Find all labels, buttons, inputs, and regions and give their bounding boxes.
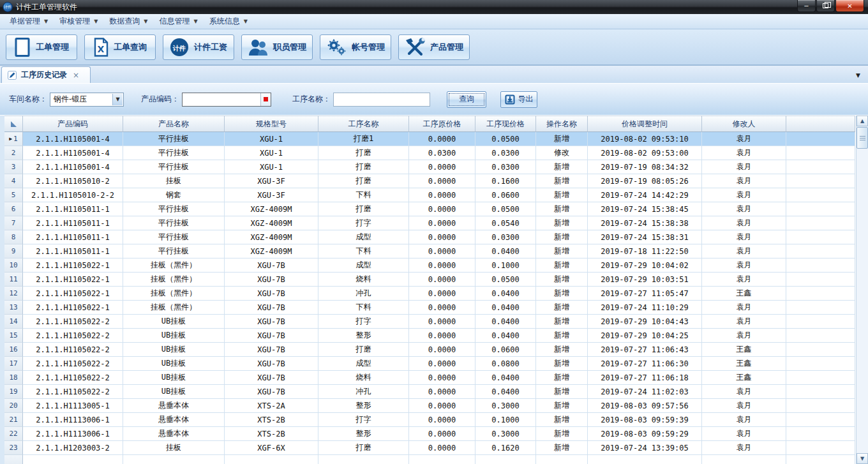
cell[interactable]: 0.0000 [409,301,475,315]
cell[interactable]: 2.1.1.H1105001-4 [23,132,123,146]
table-row[interactable]: 22.1.1.H1105001-4平行挂板XGU-1打磨0.03000.0300… [4,146,868,160]
cell[interactable]: 2019-07-24 15:38:45 [588,202,702,216]
cell[interactable]: 下料 [318,188,409,202]
cell[interactable]: 新增 [536,230,588,244]
cell[interactable]: 王鑫 [702,371,786,385]
row-number-cell[interactable]: 18 [4,371,23,385]
cell[interactable]: XGU-7B [225,371,318,385]
cell[interactable]: 新增 [536,399,588,413]
cell[interactable]: XGU-3F [225,188,318,202]
cell[interactable]: 袁月 [702,202,786,216]
cell[interactable]: 2.1.1.H1105022-2 [23,357,123,371]
table-row[interactable]: 172.1.1.H1105022-2UB挂板XGU-7B成型0.00000.08… [4,357,868,371]
cell[interactable]: 0.0500 [475,273,536,287]
column-header[interactable]: 工序现价格 [475,116,536,132]
minimize-button[interactable]: − [797,0,816,12]
piecework-wage-button[interactable]: 计件计件工资 [163,34,234,60]
cell[interactable]: 2.1.1.H1105022-1 [23,258,123,273]
cell[interactable]: 2019-07-29 10:04:02 [588,258,702,273]
cell[interactable]: 0.0000 [409,413,475,427]
cell[interactable]: 打磨 [318,146,409,160]
cell[interactable]: UB挂板 [123,329,225,343]
cell[interactable]: 新增 [536,216,588,230]
cell[interactable]: 袁月 [702,174,786,188]
cell[interactable]: 打磨 [318,160,409,174]
cell[interactable]: 2019-07-24 15:38:38 [588,216,702,230]
cell[interactable]: 0.0400 [475,315,536,329]
cell[interactable]: XGU-7B [225,287,318,301]
cell[interactable]: 2.1.1.H1203003-2 [23,441,123,455]
table-row[interactable]: 222.1.1.H1113006-1悬垂本体XTS-2B整形0.00000.30… [4,427,868,441]
cell[interactable]: 0.0400 [475,301,536,315]
row-number-cell[interactable]: 22 [4,427,23,441]
row-number-cell[interactable]: 19 [4,385,23,399]
cell[interactable]: XGU-7B [225,385,318,399]
cell[interactable]: XGU-7B [225,357,318,371]
table-row[interactable]: 62.1.1.H1105011-1平行挂板XGZ-4009M打磨0.00000.… [4,202,868,216]
row-number-cell[interactable]: 2 [4,146,23,160]
cell[interactable]: 悬垂本体 [123,427,225,441]
cell[interactable]: 0.0000 [409,160,475,174]
cell[interactable]: 0.0000 [409,216,475,230]
cell[interactable]: 王鑫 [702,343,786,357]
scrollbar-thumb[interactable] [857,127,868,149]
cell[interactable]: 悬垂本体 [123,399,225,413]
cell[interactable]: 0.0000 [409,329,475,343]
table-row[interactable]: 52.1.1.H1105010-2-2钢套XGU-3F下料0.00000.060… [4,188,868,202]
cell[interactable]: 新增 [536,188,588,202]
cell[interactable]: XGU-7B [225,343,318,357]
cell[interactable]: 打字 [318,413,409,427]
table-row[interactable]: 42.1.1.H1105010-2挂板XGU-3F打磨0.00000.1600新… [4,174,868,188]
row-number-cell[interactable]: 13 [4,301,23,315]
cell[interactable]: 0.0600 [475,343,536,357]
query-button[interactable]: 查询 [447,91,486,108]
cell[interactable]: XGU-7B [225,301,318,315]
cell[interactable]: 2.1.1.H1105022-2 [23,371,123,385]
cell[interactable]: 新增 [536,315,588,329]
row-number-cell[interactable]: 5 [4,188,23,202]
cell[interactable]: 新增 [536,174,588,188]
cell[interactable]: 袁月 [702,146,786,160]
cell[interactable]: 2.1.1.H1113006-1 [23,427,123,441]
cell[interactable]: 0.0000 [409,441,475,455]
cell[interactable]: 平行挂板 [123,146,225,160]
cell[interactable]: 袁月 [702,315,786,329]
cell[interactable]: 0.0000 [409,371,475,385]
cell[interactable]: 2.1.1.H1105011-1 [23,202,123,216]
row-number-cell[interactable]: 10 [4,258,23,273]
cell[interactable]: 2.1.1.H1113006-1 [23,413,123,427]
tab-list-dropdown-icon[interactable]: ▼ [856,72,860,79]
scrollbar-track[interactable] [857,149,868,453]
cell[interactable]: 2.1.1.H1105022-1 [23,273,123,287]
cell[interactable]: 0.0300 [475,146,536,160]
cell[interactable]: 下料 [318,301,409,315]
column-header[interactable]: 修改人 [702,116,786,132]
cell[interactable]: 袁月 [702,258,786,273]
cell[interactable]: 0.0000 [409,343,475,357]
cell[interactable]: 袁月 [702,230,786,244]
cell[interactable]: 0.0000 [409,132,475,146]
cell[interactable]: XGZ-4009M [225,230,318,244]
cell[interactable]: 2.1.1.H1105001-4 [23,146,123,160]
cell[interactable]: 0.0000 [409,244,475,258]
cell[interactable]: 修改 [536,146,588,160]
cell[interactable]: 新增 [536,329,588,343]
select-all-header-cell[interactable] [4,116,23,132]
cell[interactable]: 2.1.1.H1105001-4 [23,160,123,174]
cell[interactable]: 烧料 [318,273,409,287]
table-row[interactable]: 162.1.1.H1105022-2UB挂板XGU-7B打磨0.00000.06… [4,343,868,357]
cell[interactable]: 新增 [536,244,588,258]
cell[interactable]: UB挂板 [123,357,225,371]
cell[interactable]: 新增 [536,385,588,399]
cell[interactable]: 2019-08-03 09:59:29 [588,427,702,441]
cell[interactable]: 新增 [536,357,588,371]
cell[interactable]: 新增 [536,441,588,455]
cell[interactable]: 2.1.1.H1105011-1 [23,216,123,230]
cell[interactable]: 0.1000 [475,413,536,427]
cell[interactable]: 烧料 [318,371,409,385]
cell[interactable]: 0.0000 [409,385,475,399]
menu-info-management[interactable]: 信息管理▼ [153,14,203,29]
cell[interactable]: 下料 [318,244,409,258]
cell[interactable]: 袁月 [702,188,786,202]
cell[interactable]: 0.0000 [409,174,475,188]
